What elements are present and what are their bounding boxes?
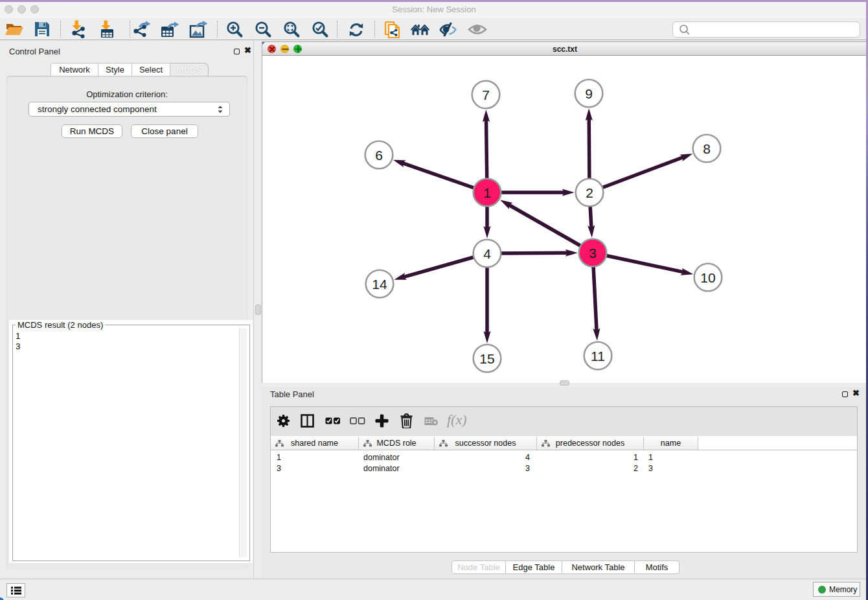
svg-text:9: 9 <box>585 86 593 101</box>
svg-text:4: 4 <box>483 246 491 261</box>
svg-text:3: 3 <box>589 246 597 260</box>
svg-text:6: 6 <box>375 148 383 163</box>
svg-text:14: 14 <box>372 277 387 292</box>
svg-text:1: 1 <box>483 185 491 200</box>
svg-text:11: 11 <box>591 349 605 363</box>
svg-text:15: 15 <box>479 351 494 366</box>
svg-text:8: 8 <box>703 141 711 156</box>
svg-text:2: 2 <box>586 185 593 200</box>
svg-text:7: 7 <box>482 87 490 102</box>
svg-text:10: 10 <box>700 270 715 285</box>
